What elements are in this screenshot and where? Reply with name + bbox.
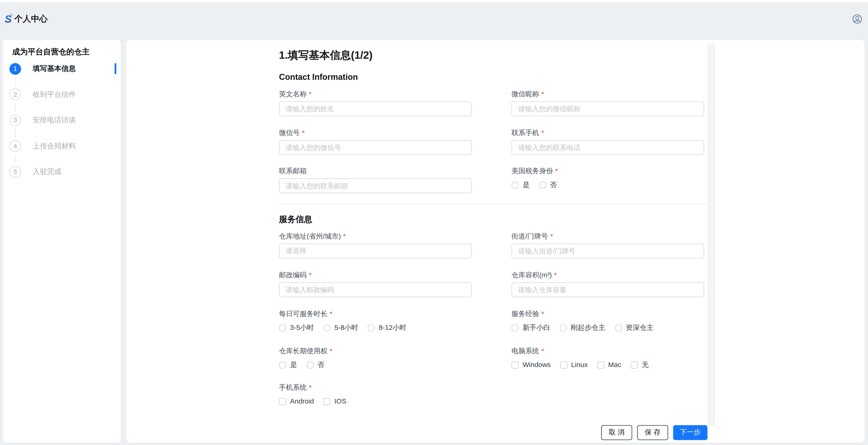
field-label: 手机系统*: [279, 384, 472, 392]
option-label: Mac: [608, 361, 621, 369]
field-wechat_id: 微信号*: [279, 129, 472, 157]
field-label: 街道/门牌号*: [512, 232, 704, 241]
main-panel: [126, 40, 865, 443]
option-label: 否: [317, 360, 324, 370]
option-label: Windows: [523, 361, 551, 369]
service_experience-option-2[interactable]: 刚起步仓主: [560, 323, 606, 332]
field-contact_phone: 联系手机*: [512, 129, 704, 157]
step-number-badge: 2: [9, 89, 21, 100]
option-label: 5-8小时: [335, 323, 358, 332]
field-label: 英文名称*: [279, 90, 472, 98]
checkbox-icon: [512, 361, 519, 369]
field-long_term_right: 仓库长期使用权*是否: [279, 347, 472, 375]
radio-circle-icon: [368, 324, 375, 331]
required-asterisk: *: [343, 232, 346, 241]
step-item-2[interactable]: 2收到平台信件: [9, 88, 76, 100]
option-label: 8-12小时: [379, 323, 406, 332]
option-label: IOS: [335, 398, 346, 405]
radio-circle-icon: [615, 324, 622, 331]
next-button[interactable]: 下一步: [673, 425, 708, 440]
section-divider: [279, 204, 707, 204]
field-label: 联系邮箱: [279, 167, 472, 176]
save-button[interactable]: 保 存: [637, 425, 668, 440]
field-street_number: 街道/门牌号*: [512, 232, 704, 260]
daily_service_hours-option-3[interactable]: 8-12小时: [368, 323, 406, 332]
mobile_system-option-1[interactable]: Android: [279, 398, 314, 405]
field-label: 每日可服务时长*: [279, 310, 472, 318]
long_term_right-option-1[interactable]: 是: [279, 360, 297, 370]
step-connector: [15, 154, 16, 163]
computer_system-option-3[interactable]: Mac: [597, 361, 621, 369]
page: S 个人中心 成为平台自营仓的仓主 1填写基本信息2收到平台信件3安排电话访谈4…: [0, 0, 868, 445]
option-label: 是: [523, 180, 529, 190]
radio-circle-icon: [512, 181, 519, 188]
required-asterisk: *: [541, 129, 544, 137]
steps-panel-title: 成为平台自营仓的仓主: [12, 47, 90, 57]
us_tax_status-options: 是否: [512, 179, 557, 190]
required-asterisk: *: [302, 129, 305, 137]
radio-circle-icon: [323, 324, 331, 331]
form-scrollbar[interactable]: [708, 44, 715, 426]
option-label: Linux: [571, 361, 588, 369]
radio-circle-icon: [279, 361, 286, 369]
warehouse_capacity-input[interactable]: [512, 282, 704, 297]
daily_service_hours-option-1[interactable]: 3-5小时: [279, 323, 314, 332]
required-asterisk: *: [555, 167, 558, 175]
field-warehouse_address: 仓库地址(省州/城市)*请选择: [279, 232, 472, 260]
section-heading-service: 服务信息: [279, 214, 312, 225]
field-label: 电脑系统*: [512, 347, 704, 355]
form-page-title: 1.填写基本信息(1/2): [279, 48, 373, 63]
contact_email-input[interactable]: [279, 178, 472, 193]
logo-s-icon: S: [4, 13, 12, 24]
step-number-badge: 5: [9, 166, 21, 178]
field-english_name: 英文名称*: [279, 90, 472, 118]
cancel-button[interactable]: 取 消: [601, 425, 632, 440]
step-item-4[interactable]: 4上传合同材料: [9, 140, 76, 152]
option-label: 资深仓主: [626, 323, 653, 332]
required-asterisk: *: [550, 232, 553, 241]
field-service_experience: 服务经验*新手小白刚起步仓主资深仓主: [512, 310, 704, 338]
street_number-input[interactable]: [512, 244, 704, 258]
daily_service_hours-option-2[interactable]: 5-8小时: [323, 323, 358, 332]
computer_system-option-1[interactable]: Windows: [512, 361, 551, 369]
option-label: 无: [642, 360, 649, 370]
wechat_nickname-input[interactable]: [512, 101, 704, 116]
us_tax_status-option-1[interactable]: 是: [512, 180, 529, 190]
step-label: 收到平台信件: [33, 90, 76, 99]
wechat_id-input[interactable]: [279, 140, 472, 155]
warehouse_address-select[interactable]: 请选择: [279, 244, 472, 258]
step-item-5[interactable]: 5入驻完成: [9, 166, 61, 178]
required-asterisk: *: [330, 310, 332, 318]
checkbox-icon: [560, 361, 567, 369]
step-item-1[interactable]: 1填写基本信息: [9, 63, 76, 75]
app-header: S 个人中心: [0, 2, 868, 40]
postal_code-input[interactable]: [279, 282, 472, 297]
field-label: 仓库地址(省州/城市)*: [279, 232, 472, 241]
contact_phone-input[interactable]: [512, 140, 704, 155]
field-wechat_nickname: 微信昵称*: [512, 90, 704, 118]
english_name-input[interactable]: [279, 101, 472, 116]
mobile_system-option-2[interactable]: IOS: [323, 398, 346, 405]
mobile_system-options: AndroidIOS: [279, 396, 346, 407]
field-contact_email: 联系邮箱: [279, 167, 472, 195]
radio-circle-icon: [306, 361, 314, 369]
checkbox-icon: [597, 361, 604, 369]
user-avatar-icon[interactable]: [852, 14, 862, 24]
step-label: 上传合同材料: [33, 141, 76, 151]
step-connector: [15, 103, 16, 112]
field-warehouse_capacity: 仓库容积(m³)*: [512, 272, 704, 299]
computer_system-option-4[interactable]: 无: [630, 360, 649, 370]
required-asterisk: *: [309, 90, 312, 98]
service_experience-option-1[interactable]: 新手小白: [512, 323, 550, 332]
field-daily_service_hours: 每日可服务时长*3-5小时5-8小时8-12小时: [279, 310, 472, 338]
step-connector: [15, 128, 16, 138]
field-label: 服务经验*: [512, 310, 704, 318]
computer_system-option-2[interactable]: Linux: [560, 361, 588, 369]
step-item-3[interactable]: 3安排电话访谈: [9, 114, 76, 126]
option-label: Android: [290, 398, 314, 405]
required-asterisk: *: [309, 272, 312, 279]
service_experience-option-3[interactable]: 资深仓主: [615, 323, 653, 332]
long_term_right-option-2[interactable]: 否: [306, 360, 324, 370]
daily_service_hours-options: 3-5小时5-8小时8-12小时: [279, 322, 406, 333]
us_tax_status-option-2[interactable]: 否: [539, 180, 557, 190]
